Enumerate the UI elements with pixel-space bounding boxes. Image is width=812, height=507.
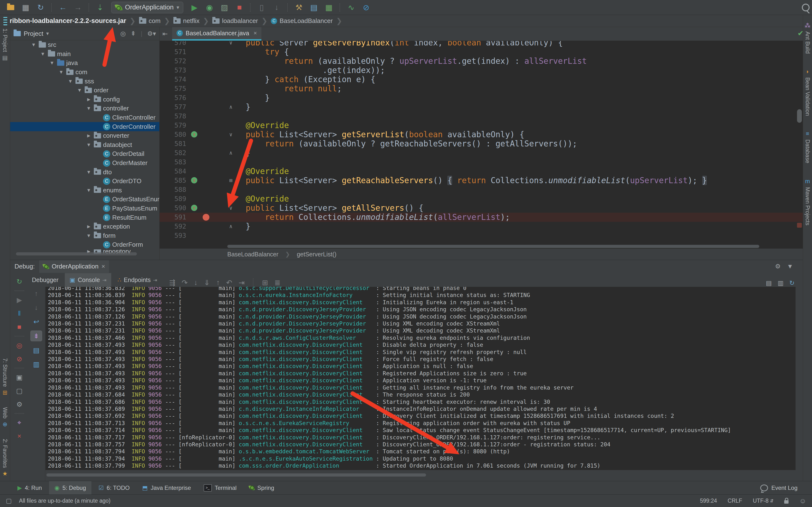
tree-item-controller[interactable]: ▼controller <box>10 104 159 113</box>
tree-item-clientcontroller[interactable]: CClientController <box>10 113 159 122</box>
code-area[interactable]: 570∨public Server getServerByIndex(int i… <box>160 41 803 259</box>
evaluate-expression-icon[interactable]: ⊞ <box>262 278 268 287</box>
fold-marker-icon[interactable]: ∧ <box>229 103 233 112</box>
forward-icon[interactable]: → <box>71 2 84 13</box>
caret-position[interactable]: 599:24 <box>700 498 717 504</box>
step-into-icon[interactable]: ↓ <box>194 278 198 287</box>
tree-item-src[interactable]: ▼src <box>10 40 159 50</box>
editor-tab-baseloadbalancer[interactable]: C BaseLoadBalancer.java × <box>172 27 261 41</box>
chevron-down-icon[interactable]: ▼ <box>77 88 83 93</box>
update-project-icon[interactable]: ⇣ <box>94 2 106 13</box>
close-icon[interactable]: × <box>102 263 105 270</box>
attach-debugger-icon[interactable]: ▯ <box>255 2 268 13</box>
clear-console-icon[interactable]: ▥ <box>31 359 42 369</box>
chevron-down-icon[interactable]: ▼ <box>86 142 92 148</box>
bottom-tab-spring[interactable]: Spring <box>244 481 279 495</box>
event-log-button[interactable]: Event Log <box>760 485 812 491</box>
code-line-589[interactable]: 589@Override <box>160 194 803 204</box>
bottom-tab-terminal[interactable]: >_Terminal <box>198 481 242 495</box>
tree-item-exception[interactable]: ▶exception <box>10 222 159 231</box>
restore-layout-icon[interactable]: ▢ <box>14 386 25 396</box>
tree-item-java[interactable]: ▼java <box>10 58 159 68</box>
show-execution-point-icon[interactable]: ⇶ <box>169 278 175 287</box>
overrides-method-icon[interactable]: ↑ <box>191 131 197 137</box>
synchronize-icon[interactable]: ↻ <box>34 2 47 13</box>
settings-icon[interactable]: ⚙▾ <box>147 30 156 38</box>
code-line-588[interactable]: 588 <box>160 185 803 194</box>
breadcrumb-item-ribbon-loadbalancer-2.2.2-sources.jar[interactable]: ribbon-loadbalancer-2.2.2-sources.jar <box>3 17 126 25</box>
fold-marker-icon[interactable]: ∧ <box>229 222 233 231</box>
breadcrumb-item-loadbalancer[interactable]: loadbalancer <box>212 17 258 25</box>
lock-icon[interactable] <box>784 500 789 504</box>
encoding-selector[interactable]: UTF-8⇵ <box>753 498 773 504</box>
code-line-581[interactable]: 581 return (availableOnly ? getReachable… <box>160 139 803 149</box>
code-line-578[interactable]: 578 <box>160 112 803 121</box>
tree-item-converter[interactable]: ▶converter <box>10 131 159 140</box>
tree-item-ordermaster[interactable]: COrderMaster <box>10 159 159 168</box>
tree-item-paystatusenum[interactable]: EPayStatusEnum <box>10 204 159 213</box>
breakpoint-icon[interactable] <box>203 214 209 221</box>
fold-marker-icon[interactable]: ∨ <box>229 130 233 139</box>
editor-horizontal-scrollbar[interactable] <box>227 245 759 248</box>
code-line-575[interactable]: 575 return null; <box>160 84 803 93</box>
tree-item-com[interactable]: ▼com <box>10 68 159 77</box>
view-breakpoints-icon[interactable]: ◎ <box>14 340 25 350</box>
run-icon[interactable]: ▶ <box>188 2 201 13</box>
settings-layout-icon[interactable]: ≣ <box>274 278 281 287</box>
code-line-590[interactable]: 590↑∨public List<Server> getAllServers()… <box>160 204 803 213</box>
chip-icon[interactable]: ▦ <box>322 2 335 13</box>
code-line-582[interactable]: 582∧} <box>160 149 803 158</box>
settings-icon[interactable]: ⚙ <box>775 263 780 270</box>
bottom-tab-6-todo[interactable]: ☑6: TODO <box>93 481 135 495</box>
code-line-584[interactable]: 584@Override <box>160 167 803 176</box>
fold-marker-icon[interactable]: ∧ <box>229 149 233 158</box>
code-line-593[interactable]: 593 <box>160 231 803 240</box>
breadcrumb-method[interactable]: getServerList() <box>297 251 336 258</box>
bottom-tab-4-run[interactable]: ▶4: Run <box>12 481 47 495</box>
sdk-manager-icon[interactable]: ⚒ <box>293 2 305 13</box>
disable-icon[interactable]: ⊘ <box>360 2 372 13</box>
rerun-icon[interactable]: ↻ <box>14 276 25 287</box>
run-configuration-select[interactable]: OrderApplication▾ <box>111 2 183 13</box>
line-ending[interactable]: CRLF <box>727 498 742 504</box>
collapse-all-icon[interactable]: ⇞ <box>131 30 136 38</box>
overrides-method-icon[interactable]: ↑ <box>191 205 197 211</box>
tree-item-order[interactable]: ▼order <box>10 86 159 95</box>
fold-marker-icon[interactable]: ∨ <box>229 204 233 213</box>
download-icon[interactable]: ↓ <box>270 2 283 13</box>
tree-item-orderdetail[interactable]: COrderDetail <box>10 149 159 159</box>
back-icon[interactable]: ← <box>57 2 69 13</box>
chevron-right-icon[interactable]: ▶ <box>86 133 92 138</box>
tree-item-enums[interactable]: ▼enums <box>10 186 159 195</box>
bottom-tab-5-debug[interactable]: ◉5: Debug <box>49 481 91 495</box>
code-line-572[interactable]: 572 return (availableOnly ? upServerList… <box>160 57 803 66</box>
force-step-into-icon[interactable]: ⇓ <box>204 278 210 287</box>
close-icon[interactable]: × <box>254 30 257 37</box>
code-line-583[interactable]: 583 <box>160 158 803 167</box>
soft-wrap-icon[interactable]: ↩ <box>31 317 42 327</box>
tree-item-sss[interactable]: ▼sss <box>10 76 159 86</box>
debug-session-tab[interactable]: OrderApplication × <box>39 260 109 273</box>
debug-tab-console[interactable]: ▣Console⇥ <box>65 273 111 287</box>
window-icon[interactable]: ▢ <box>6 497 12 505</box>
scroll-down-icon[interactable]: ↓ <box>31 302 42 313</box>
chevron-down-icon[interactable]: ▼ <box>67 78 73 84</box>
editor-vertical-scrollbar[interactable] <box>797 109 802 123</box>
save-all-icon[interactable]: ▦ <box>19 2 32 13</box>
tree-item-ordercontroller[interactable]: COrderController <box>10 122 159 131</box>
debug-tab-endpoints[interactable]: ∴Endpoints⇥ <box>113 273 162 287</box>
print-icon[interactable]: ▤ <box>31 345 42 355</box>
refresh-icon[interactable]: ↻ <box>789 279 795 287</box>
code-line-592[interactable]: 592∧} <box>160 222 803 231</box>
stripe-web[interactable]: Web⊕ <box>2 407 8 428</box>
pin-icon[interactable]: ⌖ <box>14 417 25 428</box>
close-icon[interactable]: × <box>14 431 25 441</box>
tree-item-orderstatusenum[interactable]: EOrderStatusEnum <box>10 195 159 204</box>
hide-icon[interactable]: ▼ <box>787 263 793 270</box>
tree-item-resultenum[interactable]: EResultEnum <box>10 213 159 222</box>
console-output[interactable]: 2018-06-11 11:08:36.832 INFO 9056 --- [ … <box>45 287 796 470</box>
stripe-bean-validation[interactable]: ◗Bean Validation <box>804 68 811 116</box>
breadcrumb-item-baseloadbalancer[interactable]: CBaseLoadBalancer <box>271 17 333 25</box>
overrides-method-icon[interactable]: ↑ <box>191 177 197 183</box>
locate-icon[interactable]: ◎ <box>120 30 126 38</box>
